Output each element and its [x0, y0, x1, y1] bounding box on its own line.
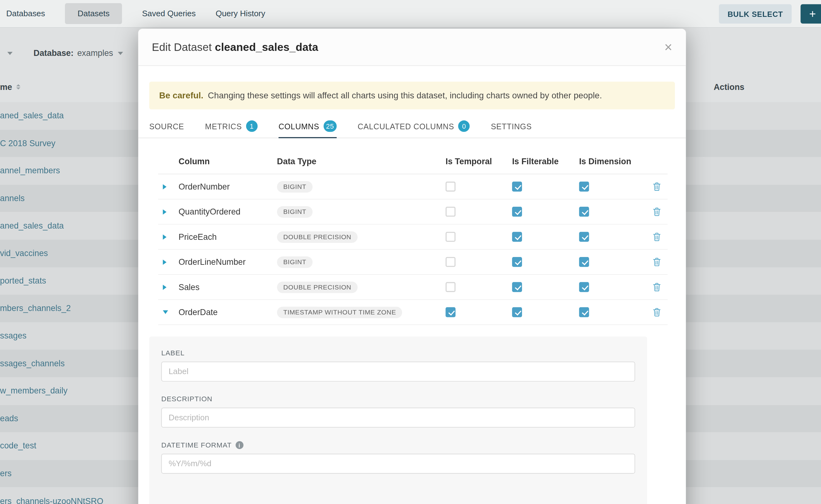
description-input[interactable] — [161, 408, 635, 428]
column-row: OrderDateTIMESTAMP WITHOUT TIME ZONE — [158, 300, 668, 325]
column-name: PriceEach — [179, 232, 277, 241]
chevron-down-icon[interactable] — [118, 52, 123, 55]
is-filterable-checkbox[interactable] — [512, 307, 522, 317]
tab-metrics[interactable]: METRICS1 — [205, 115, 257, 138]
is-filterable-checkbox[interactable] — [512, 182, 522, 192]
is-dimension-checkbox[interactable] — [579, 207, 589, 217]
add-dataset-button[interactable]: + — [801, 4, 821, 23]
dataset-link[interactable]: annels — [0, 194, 25, 203]
is-filterable-checkbox[interactable] — [512, 232, 522, 242]
is-dimension-checkbox[interactable] — [579, 307, 589, 317]
is-dimension-checkbox[interactable] — [579, 232, 589, 242]
is-temporal-checkbox[interactable] — [446, 282, 456, 292]
label-field-label: LABEL — [161, 349, 185, 357]
column-row: OrderNumberBIGINT — [158, 174, 668, 199]
database-filter-label: Database: — [33, 49, 73, 58]
dataset-link[interactable]: ers — [0, 469, 12, 478]
nav-tabs: DatabasesDatasetsSaved QueriesQuery Hist… — [0, 0, 821, 27]
dataset-link[interactable]: ported_stats — [0, 276, 46, 286]
dataset-link[interactable]: vid_vaccines — [0, 249, 48, 258]
delete-column-icon[interactable] — [653, 207, 661, 216]
dataset-link[interactable]: mbers_channels_2 — [0, 304, 71, 313]
data-type-pill: TIMESTAMP WITHOUT TIME ZONE — [277, 306, 402, 318]
data-type-pill: DOUBLE PRECISION — [277, 281, 358, 293]
modal-tabs-bar: SOURCEMETRICS1COLUMNS25CALCULATED COLUMN… — [138, 115, 686, 138]
column-header-data-type: Data Type — [277, 157, 446, 166]
dataset-link[interactable]: annel_members — [0, 166, 60, 175]
tab-label: METRICS — [205, 122, 242, 131]
delete-column-icon[interactable] — [653, 232, 661, 241]
label-input[interactable] — [161, 362, 635, 382]
data-type-pill: BIGINT — [277, 206, 313, 218]
column-header-is-filterable: Is Filterable — [512, 157, 579, 166]
warning-banner: Be careful. Changing these settings will… — [149, 82, 675, 109]
chevron-down-icon[interactable] — [7, 52, 12, 55]
column-row: SalesDOUBLE PRECISION — [158, 275, 668, 300]
tab-label: SOURCE — [149, 122, 184, 131]
is-temporal-checkbox[interactable] — [446, 232, 456, 242]
expand-caret-icon[interactable] — [163, 234, 166, 240]
database-filter-value[interactable]: examples — [77, 49, 113, 58]
is-filterable-checkbox[interactable] — [512, 257, 522, 267]
modal-tabs: SOURCEMETRICS1COLUMNS25CALCULATED COLUMN… — [149, 115, 675, 138]
is-filterable-checkbox[interactable] — [512, 207, 522, 217]
is-temporal-checkbox[interactable] — [446, 257, 456, 267]
actions-column-header: Actions — [714, 83, 744, 92]
column-name: OrderNumber — [179, 182, 277, 191]
expand-caret-icon[interactable] — [163, 284, 166, 290]
dataset-link[interactable]: eads — [0, 414, 18, 423]
modal-header: Edit Datasetcleaned_sales_data × — [138, 29, 686, 66]
dataset-link[interactable]: code_test — [0, 442, 36, 451]
tab-label: CALCULATED COLUMNS — [358, 122, 454, 131]
expand-caret-icon[interactable] — [163, 209, 166, 215]
is-dimension-checkbox[interactable] — [579, 282, 589, 292]
dataset-link[interactable]: aned_sales_data — [0, 111, 64, 121]
column-name: OrderLineNumber — [179, 257, 277, 267]
delete-column-icon[interactable] — [653, 308, 661, 316]
dataset-link[interactable]: aned_sales_data — [0, 221, 64, 230]
dataset-link[interactable]: ssages — [0, 331, 27, 341]
name-column-header[interactable]: me — [0, 83, 12, 92]
label-field-group: LABEL — [161, 349, 635, 382]
tab-settings[interactable]: SETTINGS — [491, 115, 532, 138]
data-type-pill: BIGINT — [277, 256, 313, 268]
data-type-pill: BIGINT — [277, 181, 313, 192]
edit-dataset-modal: Edit Datasetcleaned_sales_data × Be care… — [138, 29, 686, 504]
is-filterable-checkbox[interactable] — [512, 282, 522, 292]
modal-title-prefix: Edit Dataset — [152, 41, 212, 53]
dataset-link[interactable]: w_members_daily — [0, 386, 67, 396]
columns-table-header: ColumnData TypeIs TemporalIs FilterableI… — [158, 150, 668, 174]
dataset-link[interactable]: ers_channels-uzooNNtSRO — [0, 497, 103, 504]
dataset-link[interactable]: C 2018 Survey — [0, 139, 55, 148]
column-row: PriceEachDOUBLE PRECISION — [158, 225, 668, 250]
is-dimension-checkbox[interactable] — [579, 257, 589, 267]
sort-icon[interactable] — [16, 84, 20, 90]
tab-columns[interactable]: COLUMNS25 — [278, 115, 336, 138]
datetime-format-input[interactable] — [161, 454, 635, 474]
column-header-column: Column — [179, 157, 277, 166]
bulk-select-button[interactable]: BULK SELECT — [719, 4, 792, 23]
delete-column-icon[interactable] — [653, 258, 661, 266]
top-nav: DatabasesDatasetsSaved QueriesQuery Hist… — [0, 0, 821, 28]
is-temporal-checkbox[interactable] — [446, 182, 456, 192]
column-name: OrderDate — [179, 308, 277, 317]
nav-tab-query-history[interactable]: Query History — [215, 9, 265, 18]
dataset-link[interactable]: ssages_channels — [0, 359, 65, 368]
close-icon[interactable]: × — [665, 40, 672, 54]
is-temporal-checkbox[interactable] — [446, 207, 456, 217]
is-temporal-checkbox[interactable] — [446, 307, 456, 317]
nav-tab-databases[interactable]: Databases — [6, 9, 45, 18]
nav-tab-datasets[interactable]: Datasets — [65, 3, 122, 24]
column-header-is-temporal: Is Temporal — [446, 157, 512, 166]
expand-caret-icon[interactable] — [163, 259, 166, 264]
info-icon[interactable] — [235, 441, 243, 449]
collapse-caret-icon[interactable] — [163, 310, 168, 314]
delete-column-icon[interactable] — [653, 283, 661, 291]
nav-tab-saved-queries[interactable]: Saved Queries — [142, 9, 196, 18]
tab-source[interactable]: SOURCE — [149, 115, 184, 138]
delete-column-icon[interactable] — [653, 182, 661, 191]
expand-caret-icon[interactable] — [163, 184, 166, 189]
tab-calculated-columns[interactable]: CALCULATED COLUMNS0 — [358, 115, 470, 138]
description-field-label: DESCRIPTION — [161, 395, 212, 403]
is-dimension-checkbox[interactable] — [579, 182, 589, 192]
